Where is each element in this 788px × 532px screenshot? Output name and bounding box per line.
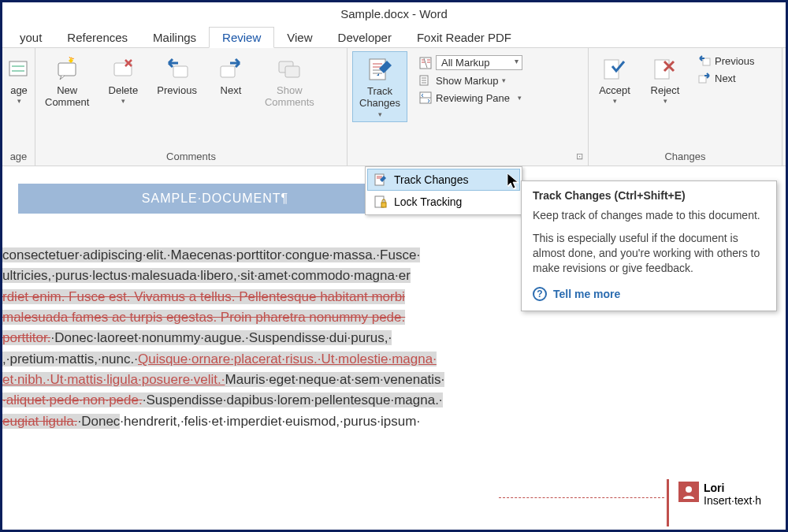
- dd-track-changes[interactable]: Track Changes: [367, 169, 520, 191]
- show-markup-button[interactable]: Show Markup ▾: [417, 73, 524, 88]
- comment-author: Lori: [704, 482, 761, 494]
- comments-group-label: Comments: [40, 149, 342, 164]
- next-comment-button[interactable]: Next: [210, 51, 252, 99]
- new-comment-button[interactable]: New Comment: [40, 51, 94, 112]
- svg-point-18: [686, 486, 692, 493]
- next-change-button[interactable]: Next: [696, 70, 756, 86]
- revision-bar: [667, 479, 669, 526]
- svg-rect-3: [173, 66, 188, 77]
- comment-action: Insert·text·h: [704, 494, 761, 507]
- svg-rect-0: [9, 61, 27, 76]
- language-button[interactable]: age ▾: [7, 51, 31, 108]
- accept-button[interactable]: Accept ▾: [593, 51, 636, 108]
- mouse-cursor: [507, 173, 521, 187]
- tab-foxit[interactable]: Foxit Reader PDF: [404, 28, 524, 47]
- lock-tracking-icon: [374, 195, 388, 209]
- svg-rect-14: [699, 76, 706, 83]
- next-icon: [217, 54, 245, 83]
- tooltip-title: Track Changes (Ctrl+Shift+E): [533, 189, 765, 202]
- tab-mailings[interactable]: Mailings: [140, 28, 209, 47]
- previous-change-button[interactable]: Previous: [696, 53, 756, 69]
- track-changes-small-icon: [374, 173, 388, 187]
- show-comments-icon: [275, 54, 303, 83]
- tell-me-more-link[interactable]: ? Tell me more: [533, 287, 765, 301]
- accept-icon: [600, 54, 629, 83]
- reject-icon: [651, 54, 679, 83]
- dd-lock-tracking[interactable]: Lock Tracking: [367, 191, 520, 213]
- tracking-dialog-launcher[interactable]: ⊡: [574, 151, 585, 162]
- title-bar: Sample.docx - Word: [2, 2, 786, 26]
- comment-connector: [499, 497, 664, 498]
- tab-view[interactable]: View: [274, 28, 325, 47]
- avatar-icon: [678, 482, 699, 502]
- track-changes-button[interactable]: Track Changes ▾: [352, 51, 407, 122]
- prev-change-icon: [697, 54, 712, 68]
- help-icon: ?: [533, 287, 547, 301]
- track-changes-dropdown: Track Changes Lock Tracking: [365, 166, 522, 215]
- changes-group-label: Changes: [593, 149, 777, 164]
- show-comments-button[interactable]: Show Comments: [260, 51, 319, 112]
- document-heading: SAMPLE·DOCUMENT¶: [18, 184, 412, 214]
- svg-rect-13: [703, 58, 710, 65]
- markup-icon: [418, 56, 433, 70]
- previous-comment-button[interactable]: Previous: [152, 51, 202, 99]
- reviewing-pane-icon: [418, 91, 433, 105]
- track-changes-tooltip: Track Changes (Ctrl+Shift+E) Keep track …: [521, 180, 777, 311]
- document-body[interactable]: consectetuer·adipiscing·elit.·Maecenas·p…: [2, 245, 538, 432]
- ribbon-tabs: yout References Mailings Review View Dev…: [2, 26, 786, 48]
- svg-rect-1: [58, 63, 76, 76]
- display-for-review[interactable]: All Markup: [417, 54, 524, 71]
- reviewing-pane-button[interactable]: Reviewing Pane ▾: [417, 90, 524, 106]
- new-comment-icon: [53, 54, 81, 83]
- tab-developer[interactable]: Developer: [325, 28, 404, 47]
- previous-icon: [163, 54, 191, 83]
- track-changes-icon: [366, 55, 394, 84]
- next-change-icon: [697, 71, 712, 85]
- tab-layout[interactable]: yout: [7, 28, 54, 47]
- delete-icon: [109, 54, 137, 83]
- tab-references[interactable]: References: [54, 28, 140, 47]
- reject-button[interactable]: Reject ▾: [644, 51, 686, 108]
- svg-rect-4: [221, 66, 235, 77]
- svg-rect-6: [285, 66, 299, 77]
- ribbon: age ▾ age New Comment Delete ▾: [2, 48, 786, 166]
- show-markup-icon: [418, 73, 433, 87]
- tab-review[interactable]: Review: [209, 27, 274, 48]
- tooltip-text-1: Keep track of changes made to this docum…: [533, 208, 765, 223]
- comment-bubble[interactable]: Lori Insert·text·h: [678, 482, 761, 507]
- svg-rect-17: [381, 203, 386, 207]
- delete-comment-button[interactable]: Delete ▾: [102, 51, 144, 108]
- translate-icon: [5, 54, 33, 83]
- tooltip-text-2: This is especially useful if the documen…: [533, 231, 765, 276]
